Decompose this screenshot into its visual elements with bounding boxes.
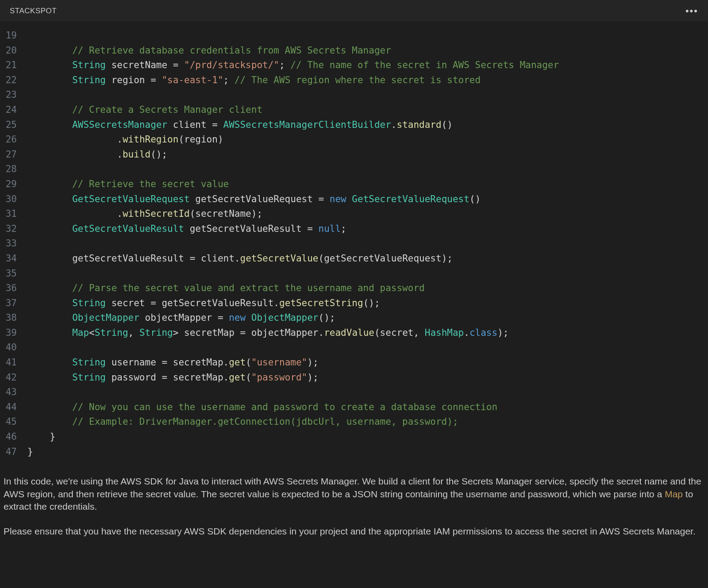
line-number: 40: [0, 340, 17, 355]
line-number-gutter: 1920212223242526272829303132333435363738…: [0, 28, 27, 459]
line-number: 41: [0, 355, 17, 370]
editor: 1920212223242526272829303132333435363738…: [0, 22, 708, 459]
line-number: 46: [0, 430, 17, 445]
header-title: STACKSPOT: [10, 7, 57, 15]
line-number: 26: [0, 132, 17, 147]
code-line[interactable]: // Example: DriverManager.getConnection(…: [27, 415, 708, 430]
line-number: 31: [0, 207, 17, 222]
line-number: 42: [0, 370, 17, 385]
line-number: 45: [0, 415, 17, 430]
line-number: 21: [0, 58, 17, 73]
line-number: 30: [0, 192, 17, 207]
line-number: 29: [0, 177, 17, 192]
code-line[interactable]: String username = secretMap.get("usernam…: [27, 355, 708, 370]
line-number: 39: [0, 326, 17, 341]
line-number: 38: [0, 311, 17, 326]
code-lines[interactable]: // Retrieve database credentials from AW…: [27, 28, 708, 459]
code-line[interactable]: AWSSecretsManager client = AWSSecretsMan…: [27, 118, 708, 133]
code-line[interactable]: [27, 266, 708, 281]
line-number: 33: [0, 236, 17, 251]
code-line[interactable]: [27, 162, 708, 177]
line-number: 32: [0, 222, 17, 237]
code-line[interactable]: String secret = getSecretValueResult.get…: [27, 296, 708, 311]
line-number: 36: [0, 281, 17, 296]
code-line[interactable]: String secretName = "/prd/stackspot/"; /…: [27, 58, 708, 73]
line-number: 47: [0, 445, 17, 460]
line-number: 24: [0, 103, 17, 118]
description: In this code, we're using the AWS SDK fo…: [0, 459, 708, 538]
line-number: 44: [0, 400, 17, 415]
code-line[interactable]: String region = "sa-east-1"; // The AWS …: [27, 73, 708, 88]
line-number: 34: [0, 251, 17, 266]
map-link[interactable]: Map: [665, 489, 683, 499]
line-number: 25: [0, 118, 17, 133]
code-line[interactable]: // Parse the secret value and extract th…: [27, 281, 708, 296]
line-number: 28: [0, 162, 17, 177]
line-number: 43: [0, 385, 17, 400]
header-bar: STACKSPOT •••: [0, 0, 708, 22]
text: In this code, we're using the AWS SDK fo…: [4, 476, 701, 499]
line-number: 19: [0, 28, 17, 43]
line-number: 23: [0, 88, 17, 103]
code-line[interactable]: [27, 236, 708, 251]
code-line[interactable]: String password = secretMap.get("passwor…: [27, 370, 708, 385]
code-line[interactable]: // Retrieve the secret value: [27, 177, 708, 192]
line-number: 27: [0, 147, 17, 162]
code-line[interactable]: }: [27, 445, 708, 460]
line-number: 35: [0, 266, 17, 281]
code-line[interactable]: .withSecretId(secretName);: [27, 207, 708, 222]
code-line[interactable]: [27, 340, 708, 355]
code-line[interactable]: .build();: [27, 147, 708, 162]
code-line[interactable]: GetSecretValueRequest getSecretValueRequ…: [27, 192, 708, 207]
line-number: 22: [0, 73, 17, 88]
code-line[interactable]: GetSecretValueResult getSecretValueResul…: [27, 222, 708, 237]
description-paragraph-1: In this code, we're using the AWS SDK fo…: [4, 475, 704, 513]
code-block[interactable]: 1920212223242526272829303132333435363738…: [0, 28, 708, 459]
code-line[interactable]: Map<String, String> secretMap = objectMa…: [27, 326, 708, 341]
code-line[interactable]: // Retrieve database credentials from AW…: [27, 43, 708, 58]
code-line[interactable]: ObjectMapper objectMapper = new ObjectMa…: [27, 311, 708, 326]
code-line[interactable]: [27, 385, 708, 400]
more-icon[interactable]: •••: [685, 5, 698, 17]
code-line[interactable]: [27, 88, 708, 103]
code-line[interactable]: [27, 28, 708, 43]
description-paragraph-2: Please ensure that you have the necessar…: [4, 525, 704, 538]
line-number: 20: [0, 43, 17, 58]
code-line[interactable]: getSecretValueResult = client.getSecretV…: [27, 251, 708, 266]
line-number: 37: [0, 296, 17, 311]
code-line[interactable]: .withRegion(region): [27, 132, 708, 147]
code-line[interactable]: // Now you can use the username and pass…: [27, 400, 708, 415]
code-line[interactable]: // Create a Secrets Manager client: [27, 103, 708, 118]
code-line[interactable]: }: [27, 430, 708, 445]
